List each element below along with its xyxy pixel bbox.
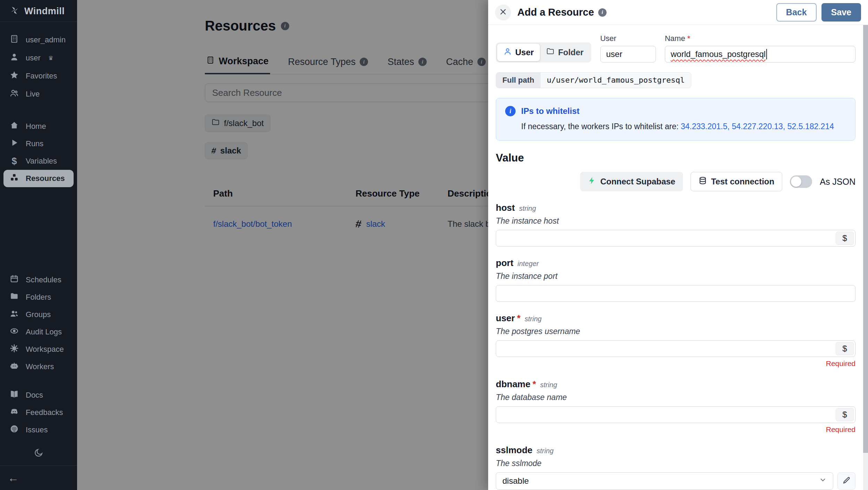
drawer-scrollbar[interactable]: [863, 25, 868, 490]
sidebar-item-label: user_admin: [26, 35, 66, 44]
sidebar-item-label: Home: [26, 122, 46, 131]
crown-icon: ♛: [48, 55, 53, 62]
resource-name-input[interactable]: world_famous_postgresql: [665, 46, 856, 63]
sidebar-item-label: Resources: [26, 174, 65, 183]
sslmode-select[interactable]: disable: [496, 472, 833, 490]
field-type: integer: [518, 260, 539, 268]
sidebar-item-user[interactable]: user ♛: [0, 49, 77, 67]
sidebar-item-label: Favorites: [26, 72, 57, 81]
field-dbname: dbname* string The database name $ Requi…: [496, 379, 856, 434]
field-type: string: [537, 447, 554, 455]
arrow-left-icon: ←: [8, 472, 19, 484]
user-icon: [10, 52, 19, 64]
drawer-body: User Folder User Name* world_famous_post…: [488, 25, 863, 490]
back-button[interactable]: Back: [776, 3, 817, 22]
chevron-down-icon: [819, 476, 827, 486]
field-type: string: [540, 381, 557, 389]
logo-row[interactable]: Windmill: [0, 0, 77, 22]
theme-toggle-moon-icon[interactable]: [34, 448, 43, 459]
full-path-display: Full path u/user/world_famous_postgresql: [496, 72, 691, 88]
port-input[interactable]: [496, 285, 856, 302]
connect-supabase-button[interactable]: Connect Supabase: [580, 172, 683, 191]
owner-folder-option[interactable]: Folder: [540, 44, 590, 61]
name-field-label: Name*: [665, 34, 856, 43]
field-sslmode: sslmode string The sslmode disable: [496, 445, 856, 490]
owner-folder-label: Folder: [558, 48, 583, 57]
field-type: string: [525, 315, 542, 323]
sidebar-item-label: Workers: [26, 362, 54, 371]
sidebar-item-resources[interactable]: Resources: [3, 170, 74, 187]
dollar-icon: $: [10, 156, 19, 167]
test-connection-button[interactable]: Test connection: [691, 172, 782, 191]
owner-user-input[interactable]: [600, 46, 656, 63]
field-name: user*: [496, 313, 520, 324]
field-description: The sslmode: [496, 459, 856, 468]
owner-user-option[interactable]: User: [497, 44, 540, 61]
variable-picker-button[interactable]: $: [836, 408, 854, 421]
sidebar-item-favorites[interactable]: Favorites: [0, 67, 77, 85]
robot-icon: [10, 361, 19, 372]
ip-whitelist-ips: 34.233.201.5, 54.227.220.13, 52.5.182.21…: [681, 122, 834, 131]
sidebar-item-label: Feedbacks: [26, 408, 63, 417]
home-icon: [10, 121, 19, 132]
field-name: dbname*: [496, 379, 536, 390]
host-input[interactable]: [496, 230, 856, 247]
text-caret: [766, 49, 767, 59]
sidebar-item-label: user: [26, 53, 41, 63]
required-message: Required: [496, 359, 856, 368]
save-button[interactable]: Save: [821, 3, 861, 22]
sidebar-item-audit-logs[interactable]: Audit Logs: [0, 323, 77, 341]
close-button[interactable]: [495, 5, 511, 20]
field-description: The instance port: [496, 272, 856, 281]
folder-icon: [546, 47, 554, 58]
drawer-header: Add a Resource i Back Save: [488, 0, 868, 25]
users-icon: [10, 89, 19, 100]
sidebar-item-runs[interactable]: Runs: [0, 135, 77, 152]
sidebar-item-groups[interactable]: Groups: [0, 306, 77, 323]
sidebar-item-folders[interactable]: Folders: [0, 289, 77, 306]
sidebar-item-docs[interactable]: Docs: [0, 387, 77, 404]
variable-picker-button[interactable]: $: [836, 342, 854, 355]
zap-icon: [588, 176, 596, 187]
sidebar-item-live[interactable]: Live: [0, 85, 77, 103]
owner-kind-segmented-control: User Folder: [496, 42, 591, 63]
field-name: port: [496, 258, 514, 268]
user-input[interactable]: [496, 340, 856, 357]
drawer-title: Add a Resource: [517, 7, 594, 18]
sidebar-item-workspace-picker[interactable]: user_admin: [0, 31, 77, 49]
info-icon: i: [598, 8, 607, 17]
edit-as-text-button[interactable]: [837, 472, 856, 490]
dbname-input[interactable]: [496, 406, 856, 423]
building-icon: [10, 34, 19, 45]
windmill-logo-icon: [9, 5, 20, 17]
sidebar-item-label: Groups: [26, 310, 51, 319]
sidebar-item-feedbacks[interactable]: Feedbacks: [0, 404, 77, 421]
app-root: Windmill user_admin user ♛ Favorites Liv…: [0, 0, 868, 490]
info-icon: i: [505, 106, 516, 116]
github-icon: [10, 424, 19, 435]
field-name: host: [496, 202, 515, 213]
sidebar: Windmill user_admin user ♛ Favorites Liv…: [0, 0, 77, 490]
full-path-value: u/user/world_famous_postgresql: [541, 73, 691, 88]
as-json-toggle[interactable]: [790, 175, 812, 188]
sidebar-item-issues[interactable]: Issues: [0, 421, 77, 439]
sidebar-item-workspace-settings[interactable]: Workspace: [0, 341, 77, 358]
required-asterisk: *: [517, 313, 520, 323]
ip-whitelist-title: IPs to whitelist: [521, 106, 579, 116]
collapse-sidebar-button[interactable]: ←: [0, 466, 77, 490]
sidebar-item-label: Runs: [26, 139, 43, 148]
sslmode-selected-value: disable: [502, 476, 529, 486]
user-group-icon: [10, 309, 19, 320]
divider: [0, 22, 77, 22]
sidebar-item-label: Variables: [26, 157, 57, 166]
book-icon: [10, 390, 19, 401]
sidebar-item-home[interactable]: Home: [0, 118, 77, 135]
owner-user-label: User: [515, 48, 534, 57]
sidebar-item-label: Folders: [26, 293, 51, 302]
sidebar-item-variables[interactable]: $ Variables: [0, 152, 77, 170]
boxes-icon: [10, 173, 19, 184]
sidebar-item-workers[interactable]: Workers: [0, 358, 77, 375]
sidebar-item-schedules[interactable]: Schedules: [0, 271, 77, 289]
discord-icon: [10, 407, 19, 418]
variable-picker-button[interactable]: $: [836, 232, 854, 245]
